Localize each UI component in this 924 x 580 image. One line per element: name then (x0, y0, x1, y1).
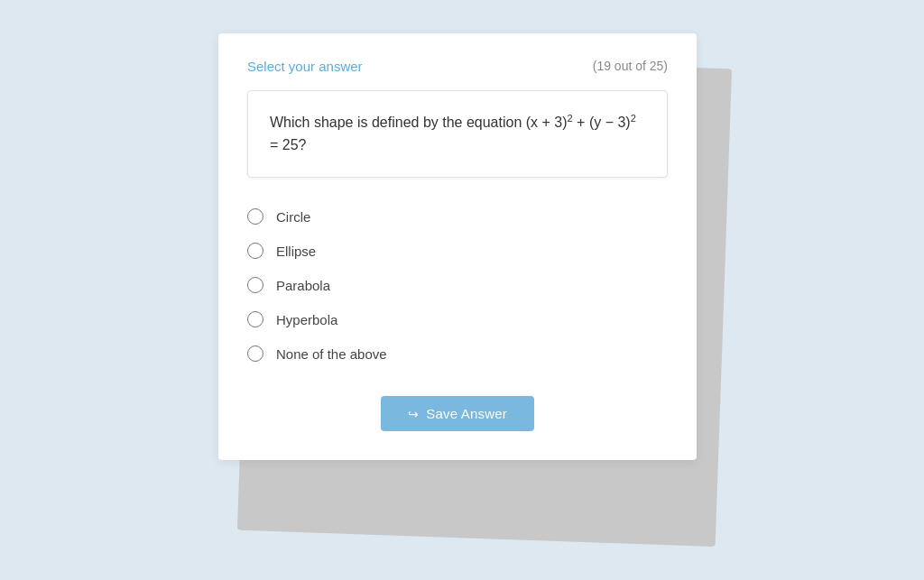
save-button-label: Save Answer (426, 406, 507, 421)
option-radio-parabola[interactable] (247, 277, 263, 293)
list-item[interactable]: Hyperbola (247, 302, 668, 336)
list-item[interactable]: None of the above (247, 336, 668, 371)
list-item[interactable]: Parabola (247, 268, 668, 302)
option-label-parabola[interactable]: Parabola (276, 278, 330, 293)
options-list: Circle Ellipse Parabola Hyperbola None o… (247, 199, 668, 371)
option-radio-ellipse[interactable] (247, 243, 263, 259)
option-label-hyperbola[interactable]: Hyperbola (276, 312, 337, 327)
save-answer-button[interactable]: ↪ Save Answer (381, 396, 534, 431)
progress-label: (19 out of 25) (593, 59, 668, 73)
card-header: Select your answer (19 out of 25) (247, 59, 668, 74)
option-label-circle[interactable]: Circle (276, 209, 310, 225)
save-icon: ↪ (408, 407, 419, 421)
question-text: Which shape is defined by the equation (… (270, 111, 645, 158)
list-item[interactable]: Circle (247, 199, 668, 234)
list-item[interactable]: Ellipse (247, 234, 668, 268)
quiz-card: Select your answer (19 out of 25) Which … (218, 33, 697, 461)
option-radio-circle[interactable] (247, 208, 263, 225)
option-radio-none[interactable] (247, 345, 263, 362)
option-radio-hyperbola[interactable] (247, 311, 263, 327)
option-label-ellipse[interactable]: Ellipse (276, 244, 316, 259)
question-box: Which shape is defined by the equation (… (247, 90, 668, 179)
option-label-none[interactable]: None of the above (276, 346, 387, 362)
save-button-wrapper: ↪ Save Answer (247, 396, 668, 431)
quiz-card-wrapper: Select your answer (19 out of 25) Which … (218, 33, 706, 548)
select-answer-label: Select your answer (247, 59, 363, 74)
